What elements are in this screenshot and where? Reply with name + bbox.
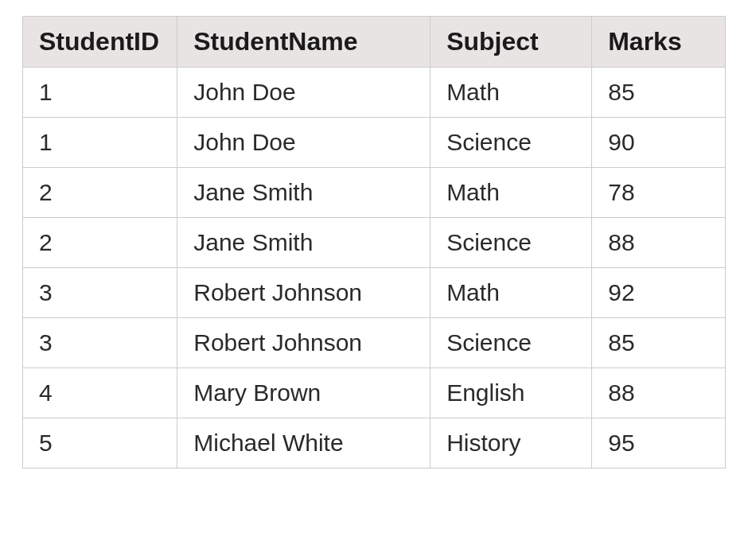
table-row: 1 John Doe Math 85 — [23, 68, 726, 118]
cell-student-name: Robert Johnson — [177, 318, 430, 368]
table-row: 2 Jane Smith Math 78 — [23, 168, 726, 218]
cell-subject: Science — [430, 318, 592, 368]
cell-subject: Math — [430, 168, 592, 218]
cell-subject: Math — [430, 68, 592, 118]
cell-student-name: Jane Smith — [177, 168, 430, 218]
cell-student-name: John Doe — [177, 118, 430, 168]
student-marks-table: StudentID StudentName Subject Marks 1 Jo… — [22, 16, 726, 469]
cell-marks: 88 — [592, 218, 726, 268]
cell-student-name: Jane Smith — [177, 218, 430, 268]
cell-subject: Science — [430, 218, 592, 268]
cell-marks: 90 — [592, 118, 726, 168]
cell-subject: History — [430, 418, 592, 469]
cell-student-id: 3 — [23, 268, 177, 318]
cell-marks: 78 — [592, 168, 726, 218]
cell-subject: Math — [430, 268, 592, 318]
cell-marks: 92 — [592, 268, 726, 318]
table-row: 3 Robert Johnson Math 92 — [23, 268, 726, 318]
cell-student-name: Mary Brown — [177, 368, 430, 418]
cell-marks: 85 — [592, 318, 726, 368]
table-row: 4 Mary Brown English 88 — [23, 368, 726, 418]
header-student-id: StudentID — [23, 17, 177, 68]
table-row: 2 Jane Smith Science 88 — [23, 218, 726, 268]
header-student-name: StudentName — [177, 17, 430, 68]
table-row: 3 Robert Johnson Science 85 — [23, 318, 726, 368]
cell-student-name: Robert Johnson — [177, 268, 430, 318]
header-marks: Marks — [592, 17, 726, 68]
cell-student-id: 3 — [23, 318, 177, 368]
cell-student-id: 2 — [23, 168, 177, 218]
table-row: 1 John Doe Science 90 — [23, 118, 726, 168]
cell-student-name: John Doe — [177, 68, 430, 118]
cell-subject: Science — [430, 118, 592, 168]
cell-subject: English — [430, 368, 592, 418]
table-row: 5 Michael White History 95 — [23, 418, 726, 469]
cell-student-id: 4 — [23, 368, 177, 418]
table-header-row: StudentID StudentName Subject Marks — [23, 17, 726, 68]
cell-marks: 95 — [592, 418, 726, 469]
cell-student-id: 1 — [23, 118, 177, 168]
cell-student-id: 2 — [23, 218, 177, 268]
cell-student-id: 1 — [23, 68, 177, 118]
header-subject: Subject — [430, 17, 592, 68]
cell-marks: 88 — [592, 368, 726, 418]
cell-student-id: 5 — [23, 418, 177, 469]
cell-student-name: Michael White — [177, 418, 430, 469]
cell-marks: 85 — [592, 68, 726, 118]
